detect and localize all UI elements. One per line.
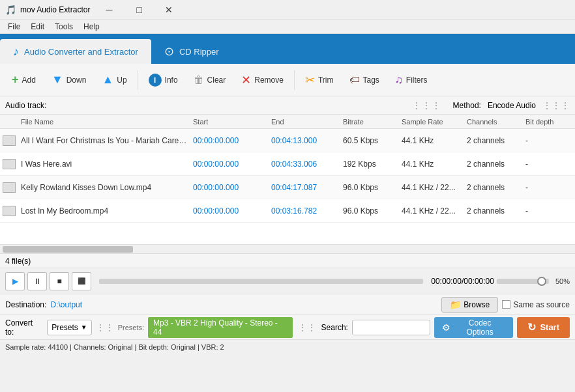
search-input[interactable] (352, 320, 430, 335)
audio-track-bar: Audio track: ⋮⋮⋮ Method: Encode Audio ⋮⋮… (0, 96, 575, 115)
down-label: Down (66, 76, 87, 85)
trim-label: Trim (318, 76, 334, 85)
play-button[interactable]: ▶ (5, 272, 25, 290)
row-name-1: I Was Here.avi (18, 160, 190, 169)
menu-help[interactable]: Help (78, 21, 105, 33)
row-icon-1 (0, 159, 18, 169)
up-icon: ▲ (102, 73, 113, 87)
dots-icon: ⋮⋮ (96, 322, 114, 333)
file-list-container: File Name Start End Bitrate Sample Rate … (0, 115, 575, 245)
player-time: 00:00:00/00:00:00 (431, 277, 494, 286)
same-source-checkbox[interactable] (502, 300, 510, 309)
same-source-checkbox-label[interactable]: Same as source (502, 300, 570, 309)
tab-converter[interactable]: ♪ Audio Converter and Extractor (0, 39, 151, 64)
row-channels-3: 2 channels (464, 206, 523, 216)
tab-ripper-label: CD Ripper (179, 47, 219, 57)
stop-button[interactable]: ■ (50, 272, 69, 290)
row-end-0: 00:04:13.000 (269, 136, 340, 145)
app-icon: 🎵 (5, 5, 16, 15)
tab-ripper[interactable]: ⊙ CD Ripper (151, 39, 232, 64)
tags-button[interactable]: 🏷 Tags (343, 71, 386, 89)
row-depth-1: - (523, 160, 575, 169)
row-channels-1: 2 channels (464, 160, 523, 169)
col-channels: Channels (464, 118, 523, 126)
add-label: Add (22, 76, 36, 85)
file-count: 4 file(s) (5, 257, 31, 266)
trim-button[interactable]: ✂ Trim (299, 70, 340, 91)
audio-track-label: Audio track: (5, 101, 46, 110)
menubar: File Edit Tools Help (0, 20, 575, 34)
codec-options-button[interactable]: ⚙ Codec Options (434, 317, 513, 338)
table-row[interactable]: Kelly Rowland Kisses Down Low.mp4 00:00:… (0, 176, 575, 199)
info-button[interactable]: i Info (142, 70, 184, 90)
start-icon: ↻ (527, 321, 536, 333)
ripper-icon: ⊙ (164, 44, 174, 59)
row-end-2: 00:04:17.087 (269, 183, 340, 192)
codec-icon: ⚙ (442, 322, 450, 333)
scroll-thumb[interactable] (3, 246, 133, 253)
progress-bar[interactable] (99, 279, 423, 284)
trim-icon: ✂ (305, 73, 315, 87)
row-start-2: 00:00:00.000 (190, 183, 269, 192)
row-samplerate-2: 44.1 KHz / 22... (399, 183, 464, 192)
pause-button[interactable]: ⏸ (27, 272, 47, 290)
converter-icon: ♪ (13, 45, 19, 59)
row-start-0: 00:00:00.000 (190, 136, 269, 145)
start-button[interactable]: ↻ Start (517, 317, 570, 338)
menu-file[interactable]: File (3, 21, 25, 33)
row-icon-0 (0, 135, 18, 146)
method-value: Encode Audio (488, 101, 536, 110)
col-bitdepth: Bit depth (523, 118, 575, 126)
tab-converter-label: Audio Converter and Extractor (24, 47, 138, 57)
row-samplerate-0: 44.1 KHz (399, 136, 464, 145)
down-button[interactable]: ▼ Down (45, 70, 93, 90)
bottom-status-bar: Sample rate: 44100 | Channels: Original … (0, 340, 575, 354)
menu-tools[interactable]: Tools (50, 21, 78, 33)
row-name-3: Lost In My Bedroom.mp4 (18, 206, 190, 216)
add-icon: + (12, 73, 19, 87)
separator-1 (138, 70, 138, 90)
col-start: Start (190, 118, 269, 126)
destination-path: D:\output (50, 300, 437, 309)
row-start-1: 00:00:00.000 (190, 160, 269, 169)
menu-edit[interactable]: Edit (25, 21, 50, 33)
window-controls: ─ □ ✕ (94, 0, 184, 20)
minimize-button[interactable]: ─ (94, 0, 124, 20)
row-end-1: 00:04:33.006 (269, 160, 340, 169)
browse-button[interactable]: 📁 Browse (441, 297, 498, 313)
row-channels-2: 2 channels (464, 183, 523, 192)
toolbar: + Add ▼ Down ▲ Up i Info 🗑 Clear ✕ Remov… (0, 64, 575, 96)
down-icon: ▼ (52, 73, 63, 87)
presets-dropdown[interactable]: Presets ▼ (47, 320, 92, 335)
horizontal-scrollbar[interactable] (0, 245, 575, 254)
col-filename: File Name (18, 118, 190, 126)
table-row[interactable]: I Was Here.avi 00:00:00.000 00:04:33.006… (0, 152, 575, 176)
remove-button[interactable]: ✕ Remove (235, 70, 290, 91)
up-button[interactable]: ▲ Up (95, 70, 133, 90)
row-bitrate-1: 192 Kbps (340, 160, 399, 169)
row-bitrate-0: 60.5 Kbps (340, 136, 399, 145)
close-button[interactable]: ✕ (154, 0, 184, 20)
table-row[interactable]: Lost In My Bedroom.mp4 00:00:00.000 00:0… (0, 199, 575, 223)
volume-percent: 50% (555, 277, 570, 285)
row-samplerate-1: 44.1 KHz (399, 160, 464, 169)
maximize-button[interactable]: □ (124, 0, 154, 20)
clear-button[interactable]: 🗑 Clear (187, 71, 233, 89)
filters-label: Filters (406, 76, 428, 85)
method-label: Method: (453, 101, 481, 110)
filters-button[interactable]: ♫ Filters (389, 71, 434, 89)
separator-2 (294, 70, 295, 90)
loop-button[interactable]: ⬛ (72, 272, 91, 290)
method-dots: ⋮⋮⋮ (542, 100, 570, 111)
clear-icon: 🗑 (194, 74, 204, 86)
same-source-label: Same as source (513, 300, 570, 309)
volume-thumb[interactable] (537, 277, 546, 286)
file-type-icon (3, 206, 16, 216)
table-row[interactable]: All I Want For Christmas Is You - Mariah… (0, 129, 575, 152)
preset-value: Mp3 - VBR 2 High Quality - Stereo - 44 (148, 317, 292, 338)
add-button[interactable]: + Add (5, 70, 42, 90)
track-dots: ⋮⋮⋮ (412, 100, 441, 111)
file-list-header: File Name Start End Bitrate Sample Rate … (0, 115, 575, 129)
volume-track[interactable] (497, 279, 549, 284)
row-samplerate-3: 44.1 KHz / 22... (399, 206, 464, 216)
